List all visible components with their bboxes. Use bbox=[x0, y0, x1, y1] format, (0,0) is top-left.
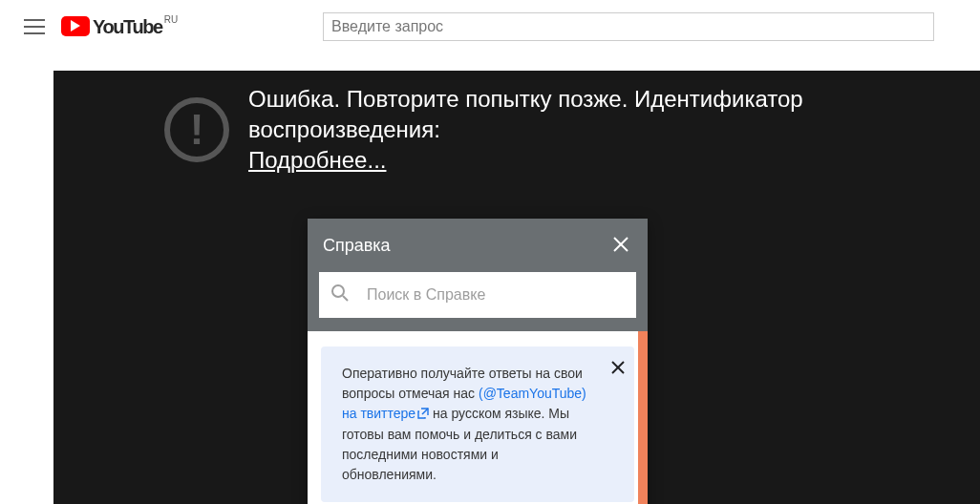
menu-icon bbox=[24, 19, 45, 34]
youtube-logo[interactable]: YouTube RU bbox=[61, 16, 178, 38]
close-icon bbox=[611, 361, 625, 374]
error-message: Ошибка. Повторите попытку позже. Идентиф… bbox=[248, 86, 803, 142]
logo-text: YouTube bbox=[93, 16, 162, 38]
notice-close-button[interactable] bbox=[611, 358, 625, 378]
search-icon bbox=[330, 284, 350, 306]
search-input[interactable] bbox=[323, 12, 934, 41]
masthead: YouTube RU bbox=[0, 0, 980, 53]
external-link-icon bbox=[417, 405, 429, 425]
help-header: Справка bbox=[308, 219, 648, 272]
search-container bbox=[292, 12, 965, 41]
help-search-input[interactable] bbox=[367, 286, 625, 304]
help-notice: Оперативно получайте ответы на свои вопр… bbox=[321, 346, 634, 502]
svg-line-7 bbox=[343, 296, 348, 301]
svg-marker-3 bbox=[71, 20, 80, 32]
help-title: Справка bbox=[323, 236, 609, 256]
youtube-play-icon bbox=[61, 16, 90, 36]
close-icon bbox=[613, 237, 628, 252]
svg-point-6 bbox=[332, 285, 344, 297]
help-body: Оперативно получайте ответы на свои вопр… bbox=[308, 331, 648, 504]
logo-region: RU bbox=[164, 14, 178, 25]
error-more-link[interactable]: Подробнее... bbox=[248, 147, 386, 173]
help-panel: Справка bbox=[308, 219, 648, 504]
help-search[interactable] bbox=[319, 272, 636, 318]
error-text: Ошибка. Повторите попытку позже. Идентиф… bbox=[248, 84, 980, 176]
svg-rect-2 bbox=[24, 32, 45, 34]
player-error: ! Ошибка. Повторите попытку позже. Идент… bbox=[53, 71, 980, 176]
svg-rect-1 bbox=[24, 26, 45, 28]
orange-accent bbox=[638, 331, 648, 504]
video-stage: ! Ошибка. Повторите попытку позже. Идент… bbox=[53, 71, 980, 504]
svg-rect-0 bbox=[24, 19, 45, 21]
help-close-button[interactable] bbox=[609, 233, 632, 258]
hamburger-menu-button[interactable] bbox=[15, 8, 53, 46]
exclamation-icon: ! bbox=[164, 97, 229, 162]
